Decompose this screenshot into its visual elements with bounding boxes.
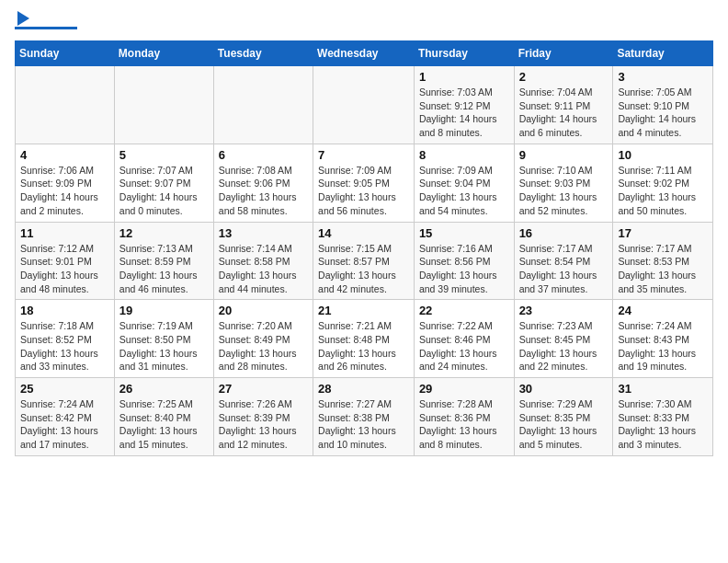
logo-underline [15, 27, 77, 29]
calendar-cell [114, 66, 213, 144]
day-info: Sunrise: 7:30 AM Sunset: 8:33 PM Dayligh… [618, 397, 708, 452]
day-info: Sunrise: 7:17 AM Sunset: 8:53 PM Dayligh… [618, 242, 708, 296]
day-number: 18 [20, 304, 109, 317]
day-info: Sunrise: 7:17 AM Sunset: 8:54 PM Dayligh… [519, 242, 609, 296]
day-info: Sunrise: 7:15 AM Sunset: 8:57 PM Dayligh… [318, 242, 409, 296]
calendar-cell: 17Sunrise: 7:17 AM Sunset: 8:53 PM Dayli… [613, 222, 713, 300]
week-row-3: 11Sunrise: 7:12 AM Sunset: 9:01 PM Dayli… [16, 222, 713, 300]
calendar-cell: 1Sunrise: 7:03 AM Sunset: 9:12 PM Daylig… [414, 66, 514, 144]
day-number: 4 [20, 148, 109, 162]
day-number: 22 [419, 304, 509, 317]
calendar-cell: 2Sunrise: 7:04 AM Sunset: 9:11 PM Daylig… [514, 66, 613, 144]
day-number: 7 [318, 148, 409, 162]
day-info: Sunrise: 7:24 AM Sunset: 8:43 PM Dayligh… [618, 319, 708, 373]
calendar-cell: 9Sunrise: 7:10 AM Sunset: 9:03 PM Daylig… [514, 144, 613, 222]
day-number: 24 [618, 304, 708, 317]
day-number: 29 [419, 382, 509, 396]
page-header [15, 15, 713, 29]
day-info: Sunrise: 7:20 AM Sunset: 8:49 PM Dayligh… [219, 319, 308, 373]
day-info: Sunrise: 7:09 AM Sunset: 9:04 PM Dayligh… [419, 164, 509, 218]
day-info: Sunrise: 7:16 AM Sunset: 8:56 PM Dayligh… [419, 242, 509, 296]
calendar-cell: 18Sunrise: 7:18 AM Sunset: 8:52 PM Dayli… [16, 300, 115, 378]
day-number: 15 [419, 226, 509, 240]
day-number: 6 [219, 148, 308, 162]
calendar-cell: 4Sunrise: 7:06 AM Sunset: 9:09 PM Daylig… [16, 144, 115, 222]
day-number: 11 [20, 226, 109, 240]
day-info: Sunrise: 7:14 AM Sunset: 8:58 PM Dayligh… [219, 242, 308, 296]
day-info: Sunrise: 7:24 AM Sunset: 8:42 PM Dayligh… [20, 397, 109, 452]
calendar-cell: 15Sunrise: 7:16 AM Sunset: 8:56 PM Dayli… [414, 222, 514, 300]
header-saturday: Saturday [613, 41, 713, 66]
calendar-cell [213, 66, 313, 144]
day-info: Sunrise: 7:23 AM Sunset: 8:45 PM Dayligh… [519, 319, 609, 373]
calendar-cell: 13Sunrise: 7:14 AM Sunset: 8:58 PM Dayli… [213, 222, 313, 300]
week-row-2: 4Sunrise: 7:06 AM Sunset: 9:09 PM Daylig… [16, 144, 713, 222]
day-info: Sunrise: 7:03 AM Sunset: 9:12 PM Dayligh… [419, 86, 509, 140]
calendar-cell: 12Sunrise: 7:13 AM Sunset: 8:59 PM Dayli… [114, 222, 213, 300]
calendar-cell: 31Sunrise: 7:30 AM Sunset: 8:33 PM Dayli… [613, 378, 713, 456]
week-row-1: 1Sunrise: 7:03 AM Sunset: 9:12 PM Daylig… [16, 66, 713, 144]
day-number: 5 [119, 148, 209, 162]
day-number: 3 [618, 70, 708, 84]
calendar-cell: 6Sunrise: 7:08 AM Sunset: 9:06 PM Daylig… [213, 144, 313, 222]
day-number: 2 [519, 70, 609, 84]
day-number: 16 [519, 226, 609, 240]
day-info: Sunrise: 7:10 AM Sunset: 9:03 PM Dayligh… [519, 164, 609, 218]
day-info: Sunrise: 7:06 AM Sunset: 9:09 PM Dayligh… [20, 164, 109, 218]
day-number: 27 [219, 382, 308, 396]
calendar-header-row: Sunday Monday Tuesday Wednesday Thursday… [16, 41, 713, 66]
header-thursday: Thursday [414, 41, 514, 66]
day-number: 26 [119, 382, 209, 396]
calendar-cell: 19Sunrise: 7:19 AM Sunset: 8:50 PM Dayli… [114, 300, 213, 378]
day-info: Sunrise: 7:28 AM Sunset: 8:36 PM Dayligh… [419, 397, 509, 452]
day-number: 28 [318, 382, 409, 396]
header-tuesday: Tuesday [213, 41, 313, 66]
day-info: Sunrise: 7:18 AM Sunset: 8:52 PM Dayligh… [20, 319, 109, 373]
calendar-cell: 21Sunrise: 7:21 AM Sunset: 8:48 PM Dayli… [313, 300, 415, 378]
calendar-cell: 29Sunrise: 7:28 AM Sunset: 8:36 PM Dayli… [414, 378, 514, 456]
day-number: 8 [419, 148, 509, 162]
calendar-cell: 25Sunrise: 7:24 AM Sunset: 8:42 PM Dayli… [16, 378, 115, 456]
day-info: Sunrise: 7:21 AM Sunset: 8:48 PM Dayligh… [318, 319, 409, 373]
day-info: Sunrise: 7:12 AM Sunset: 9:01 PM Dayligh… [20, 242, 109, 296]
day-info: Sunrise: 7:09 AM Sunset: 9:05 PM Dayligh… [318, 164, 409, 218]
day-number: 13 [219, 226, 308, 240]
calendar-cell: 8Sunrise: 7:09 AM Sunset: 9:04 PM Daylig… [414, 144, 514, 222]
day-number: 21 [318, 304, 409, 317]
week-row-5: 25Sunrise: 7:24 AM Sunset: 8:42 PM Dayli… [16, 378, 713, 456]
day-info: Sunrise: 7:07 AM Sunset: 9:07 PM Dayligh… [119, 164, 209, 218]
day-info: Sunrise: 7:26 AM Sunset: 8:39 PM Dayligh… [219, 397, 308, 452]
calendar-cell: 11Sunrise: 7:12 AM Sunset: 9:01 PM Dayli… [16, 222, 115, 300]
header-sunday: Sunday [16, 41, 115, 66]
day-number: 25 [20, 382, 109, 396]
day-number: 23 [519, 304, 609, 317]
calendar-cell: 7Sunrise: 7:09 AM Sunset: 9:05 PM Daylig… [313, 144, 415, 222]
header-friday: Friday [514, 41, 613, 66]
calendar-cell: 20Sunrise: 7:20 AM Sunset: 8:49 PM Dayli… [213, 300, 313, 378]
calendar-cell [313, 66, 415, 144]
calendar-cell: 10Sunrise: 7:11 AM Sunset: 9:02 PM Dayli… [613, 144, 713, 222]
day-info: Sunrise: 7:27 AM Sunset: 8:38 PM Dayligh… [318, 397, 409, 452]
day-number: 31 [618, 382, 708, 396]
day-info: Sunrise: 7:05 AM Sunset: 9:10 PM Dayligh… [618, 86, 708, 140]
day-number: 17 [618, 226, 708, 240]
day-number: 1 [419, 70, 509, 84]
calendar-cell: 14Sunrise: 7:15 AM Sunset: 8:57 PM Dayli… [313, 222, 415, 300]
header-monday: Monday [114, 41, 213, 66]
calendar-cell: 3Sunrise: 7:05 AM Sunset: 9:10 PM Daylig… [613, 66, 713, 144]
day-number: 10 [618, 148, 708, 162]
day-number: 20 [219, 304, 308, 317]
day-number: 9 [519, 148, 609, 162]
calendar-cell: 22Sunrise: 7:22 AM Sunset: 8:46 PM Dayli… [414, 300, 514, 378]
day-number: 14 [318, 226, 409, 240]
calendar-cell: 23Sunrise: 7:23 AM Sunset: 8:45 PM Dayli… [514, 300, 613, 378]
calendar-table: Sunday Monday Tuesday Wednesday Thursday… [15, 40, 713, 456]
calendar-cell: 28Sunrise: 7:27 AM Sunset: 8:38 PM Dayli… [313, 378, 415, 456]
day-info: Sunrise: 7:25 AM Sunset: 8:40 PM Dayligh… [119, 397, 209, 452]
day-info: Sunrise: 7:22 AM Sunset: 8:46 PM Dayligh… [419, 319, 509, 373]
day-number: 30 [519, 382, 609, 396]
calendar-cell [16, 66, 115, 144]
day-info: Sunrise: 7:13 AM Sunset: 8:59 PM Dayligh… [119, 242, 209, 296]
day-number: 19 [119, 304, 209, 317]
day-info: Sunrise: 7:29 AM Sunset: 8:35 PM Dayligh… [519, 397, 609, 452]
